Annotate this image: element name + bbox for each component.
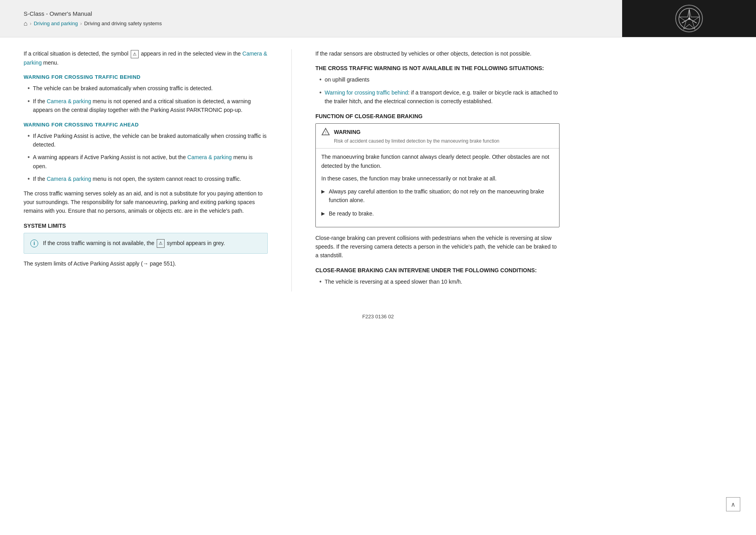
arrow-right-icon: ▶ (321, 210, 325, 217)
mercedes-star-icon (678, 8, 700, 30)
cross-traffic-paragraph: The cross traffic warning serves solely … (24, 189, 268, 215)
symbol-inline-1: ⚠ (131, 50, 139, 59)
logo-area (622, 0, 756, 37)
right-column: If the radar sensors are obstructed by v… (315, 49, 560, 292)
mercedes-logo (675, 5, 703, 32)
header-content: S-Class - Owner's Manual ⌂ › Driving and… (0, 0, 622, 37)
list-item: ▶ Be ready to brake. (321, 209, 554, 218)
warning-box: ! WARNING Risk of accident caused by lim… (315, 123, 560, 227)
info-box-text: If the cross traffic warning is not avai… (43, 239, 261, 248)
not-available-heading: THE CROSS TRAFFIC WARNING IS NOT AVAILAB… (315, 65, 560, 71)
column-divider (291, 49, 292, 292)
home-icon[interactable]: ⌂ (24, 20, 28, 27)
left-column: If a critical situation is detected, the… (24, 49, 268, 292)
warning-triangle-icon: ! (321, 128, 330, 136)
list-item: on uphill gradients (319, 75, 560, 84)
not-available-list: on uphill gradients Warning for crossing… (315, 75, 560, 106)
list-item: ▶ Always pay careful attention to the tr… (321, 187, 554, 205)
conditions-heading: CLOSE-RANGE BRAKING CAN INTERVENE UNDER … (315, 267, 560, 273)
close-range-paragraph: Close-range braking can prevent collisio… (315, 234, 560, 260)
list-item: The vehicle is reversing at a speed slow… (319, 277, 560, 286)
list-item: If the Camera & parking menu is not open… (28, 175, 268, 183)
svg-point-5 (688, 17, 690, 20)
system-limits-heading: SYSTEM LIMITS (24, 223, 268, 229)
warning-crossing-link[interactable]: Warning for crossing traffic behind (325, 89, 408, 96)
list-item: Warning for crossing traffic behind: if … (319, 88, 560, 106)
function-heading: FUNCTION OF CLOSE-RANGE BRAKING (315, 113, 560, 119)
radar-paragraph: If the radar sensors are obstructed by v… (315, 49, 560, 58)
camera-parking-link-3[interactable]: Camera & parking (187, 154, 232, 160)
breadcrumb-current: Driving and driving safety systems (84, 20, 162, 26)
warning-body-text1: The manoeuvring brake function cannot al… (321, 152, 554, 170)
list-item: The vehicle can be braked automatically … (28, 84, 268, 93)
warning-label: WARNING (334, 129, 361, 135)
breadcrumb-link-driving-parking[interactable]: Driving and parking (34, 20, 78, 26)
camera-parking-link-2[interactable]: Camera & parking (47, 98, 91, 104)
main-content: If a critical situation is detected, the… (0, 37, 756, 307)
info-icon: i (30, 240, 38, 247)
warning-subtitle: Risk of accident caused by limited detec… (316, 138, 559, 149)
arrow-right-icon: ▶ (321, 188, 325, 195)
svg-text:!: ! (325, 130, 326, 135)
warning-header: ! WARNING (316, 124, 559, 138)
section2-heading: WARNING FOR CROSSING TRAFFIC AHEAD (24, 122, 268, 128)
breadcrumb-arrow-2: › (80, 21, 82, 26)
intro-paragraph: If a critical situation is detected, the… (24, 49, 268, 67)
scroll-up-button[interactable]: ∧ (726, 497, 740, 511)
section1-list: The vehicle can be braked automatically … (24, 84, 268, 114)
warning-body: The manoeuvring brake function cannot al… (316, 148, 559, 227)
section2-list: If Active Parking Assist is active, the … (24, 132, 268, 184)
list-item: A warning appears if Active Parking Assi… (28, 153, 268, 171)
conditions-list: The vehicle is reversing at a speed slow… (315, 277, 560, 286)
page-header: S-Class - Owner's Manual ⌂ › Driving and… (0, 0, 756, 37)
document-code: F223 0136 02 (0, 307, 756, 327)
camera-parking-link-4[interactable]: Camera & parking (47, 176, 91, 182)
warning-list: ▶ Always pay careful attention to the tr… (321, 187, 554, 218)
breadcrumb-arrow-1: › (30, 21, 32, 26)
symbol-inline-2: ⚠ (157, 239, 165, 248)
info-box: i If the cross traffic warning is not av… (24, 233, 268, 254)
breadcrumb: ⌂ › Driving and parking › Driving and dr… (24, 20, 598, 27)
system-limits-paragraph: The system limits of Active Parking Assi… (24, 259, 268, 268)
warning-body-text2: In these cases, the function may brake u… (321, 174, 554, 183)
section1-heading: WARNING FOR CROSSING TRAFFIC BEHIND (24, 74, 268, 80)
list-item: If Active Parking Assist is active, the … (28, 132, 268, 149)
list-item: If the Camera & parking menu is not open… (28, 97, 268, 115)
manual-title: S-Class - Owner's Manual (24, 10, 598, 17)
